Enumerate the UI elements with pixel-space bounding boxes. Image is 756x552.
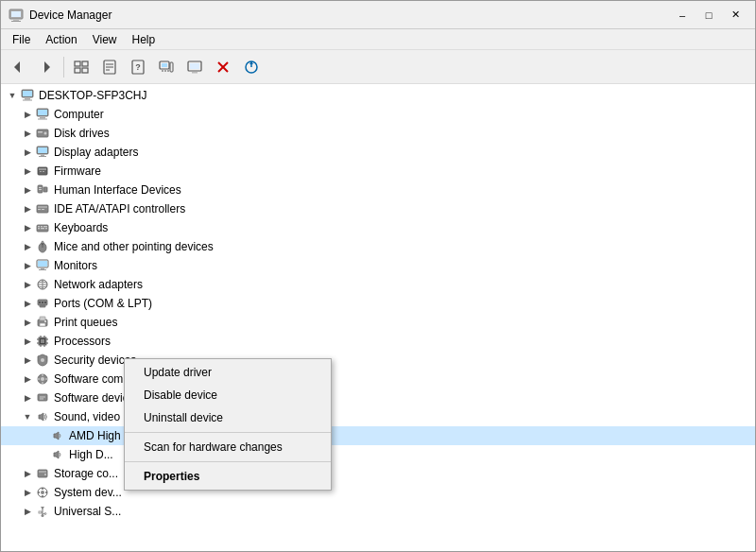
ctx-uninstall-device[interactable]: Uninstall device	[125, 406, 331, 429]
toolbar-forward-button[interactable]	[33, 54, 60, 80]
svg-rect-40	[38, 131, 43, 133]
tree-item-security[interactable]: ▶ Security devices	[1, 351, 755, 370]
svg-point-39	[44, 132, 47, 135]
tree-item-processors[interactable]: ▶ Process	[1, 332, 755, 351]
computer-label: Computer	[54, 108, 104, 121]
expand-network-icon: ▶	[20, 277, 35, 292]
tree-view[interactable]: ▼ DESKTOP-SFP3CHJ ▶	[1, 84, 755, 551]
toolbar-help-button[interactable]: ?	[125, 54, 151, 80]
tree-item-display[interactable]: ▶ Display adapters	[1, 143, 755, 162]
display-icon	[35, 145, 50, 160]
ctx-update-driver[interactable]: Update driver	[125, 361, 331, 384]
monitors-icon	[35, 258, 50, 273]
svg-rect-56	[42, 209, 44, 210]
svg-rect-60	[43, 226, 45, 227]
toolbar-scan-changes-button[interactable]	[238, 54, 265, 80]
expand-system-icon: ▶	[20, 485, 35, 500]
system-label: System dev...	[54, 486, 122, 499]
tree-item-system[interactable]: ▶ System dev...	[1, 483, 755, 502]
expand-storage-icon: ▶	[20, 466, 35, 481]
menu-bar: File Action View Help	[1, 29, 755, 50]
svg-rect-81	[40, 317, 45, 320]
tree-item-keyboard[interactable]: ▶ Keyboards	[1, 218, 755, 237]
tree-item-monitors[interactable]: ▶ Monitors	[1, 256, 755, 275]
tree-item-high-d[interactable]: High D...	[1, 445, 755, 464]
svg-rect-46	[39, 168, 46, 170]
tree-item-storage[interactable]: ▶ Storage co...	[1, 464, 755, 483]
svg-rect-43	[41, 155, 44, 157]
ctx-properties[interactable]: Properties	[125, 465, 331, 488]
tree-item-disk[interactable]: ▶ Disk drives	[1, 124, 755, 143]
svg-rect-6	[75, 61, 80, 66]
menu-help[interactable]: Help	[125, 31, 163, 48]
tree-item-firmware[interactable]: ▶ Firmware	[1, 162, 755, 181]
tree-item-software-comp[interactable]: ▶ Software components	[1, 370, 755, 388]
tree-item-sound[interactable]: ▼ Sound, video and game controllers	[1, 407, 755, 426]
tree-item-mice[interactable]: ▶ Mice and other pointing devices	[1, 237, 755, 256]
expand-software-dev-icon: ▶	[20, 390, 35, 405]
toolbar-show-hide-button[interactable]	[68, 54, 94, 80]
minimize-button[interactable]: –	[670, 6, 695, 25]
svg-rect-61	[38, 228, 40, 229]
svg-rect-77	[42, 302, 43, 303]
tree-item-computer[interactable]: ▶ Computer	[1, 105, 755, 124]
toolbar-uninstall-button[interactable]	[210, 54, 236, 80]
tree-item-hid[interactable]: ▶ Human Interface Devices	[1, 181, 755, 199]
svg-rect-69	[38, 261, 47, 267]
svg-rect-55	[38, 209, 41, 210]
ctx-scan-hardware[interactable]: Scan for hardware changes	[125, 436, 331, 458]
expand-disk-icon: ▶	[20, 126, 35, 141]
firmware-icon	[35, 164, 50, 179]
svg-rect-51	[39, 187, 42, 188]
tree-item-network[interactable]: ▶ Network adapters	[1, 275, 755, 294]
keyboard-icon	[35, 220, 50, 235]
svg-marker-106	[54, 432, 59, 440]
mice-icon	[35, 239, 50, 254]
computer-icon	[20, 88, 35, 103]
tree-root[interactable]: ▼ DESKTOP-SFP3CHJ	[1, 86, 755, 105]
sound-icon	[35, 409, 50, 424]
expand-ide-icon: ▶	[20, 201, 35, 216]
expand-computer-icon: ▶	[20, 107, 35, 122]
svg-point-83	[44, 320, 46, 322]
ctx-disable-device[interactable]: Disable device	[125, 384, 331, 406]
toolbar-scan-button[interactable]	[153, 54, 180, 80]
expand-processors-icon: ▶	[20, 334, 35, 349]
svg-point-110	[44, 474, 46, 475]
ctx-sep-1	[125, 432, 331, 433]
tree-item-amd-audio[interactable]: AMD High Definition Audio Device	[1, 426, 755, 445]
tree-item-print[interactable]: ▶ Print queues	[1, 313, 755, 332]
menu-file[interactable]: File	[5, 31, 38, 48]
root-label: DESKTOP-SFP3CHJ	[39, 89, 146, 102]
hid-icon	[35, 182, 50, 198]
toolbar-back-button[interactable]	[5, 54, 31, 80]
toolbar-properties-button[interactable]	[96, 54, 123, 80]
tree-item-usb[interactable]: ▶ Universal S...	[1, 502, 755, 521]
svg-rect-52	[39, 189, 42, 190]
svg-rect-9	[82, 68, 88, 73]
hid-label: Human Interface Devices	[54, 183, 181, 197]
tree-item-ports[interactable]: ▶ Ports (COM & LPT)	[1, 294, 755, 313]
ctx-sep-2	[125, 461, 331, 462]
expand-root-icon: ▼	[5, 88, 20, 103]
toolbar-update-button[interactable]	[181, 54, 208, 80]
menu-action[interactable]: Action	[38, 31, 84, 48]
tree-item-ide[interactable]: ▶ IDE ATA/ATAPI controllers	[1, 199, 755, 218]
menu-view[interactable]: View	[85, 31, 125, 48]
mice-label: Mice and other pointing devices	[54, 240, 214, 253]
toolbar: ?	[1, 50, 755, 84]
security-icon	[35, 353, 50, 368]
expand-usb-icon: ▶	[20, 504, 35, 519]
svg-rect-3	[11, 21, 21, 22]
expand-hid-icon: ▶	[20, 182, 35, 198]
tree-item-software-dev[interactable]: ▶ Software devices	[1, 388, 755, 407]
svg-point-97	[41, 377, 44, 381]
maximize-button[interactable]: □	[696, 6, 721, 25]
high-d-label: High D...	[69, 448, 113, 461]
svg-rect-36	[40, 117, 45, 119]
svg-rect-62	[41, 228, 44, 229]
close-button[interactable]: ✕	[723, 6, 747, 25]
monitors-label: Monitors	[54, 259, 97, 272]
svg-marker-5	[44, 61, 50, 73]
device-manager-window: Device Manager – □ ✕ File Action View He…	[0, 0, 756, 552]
